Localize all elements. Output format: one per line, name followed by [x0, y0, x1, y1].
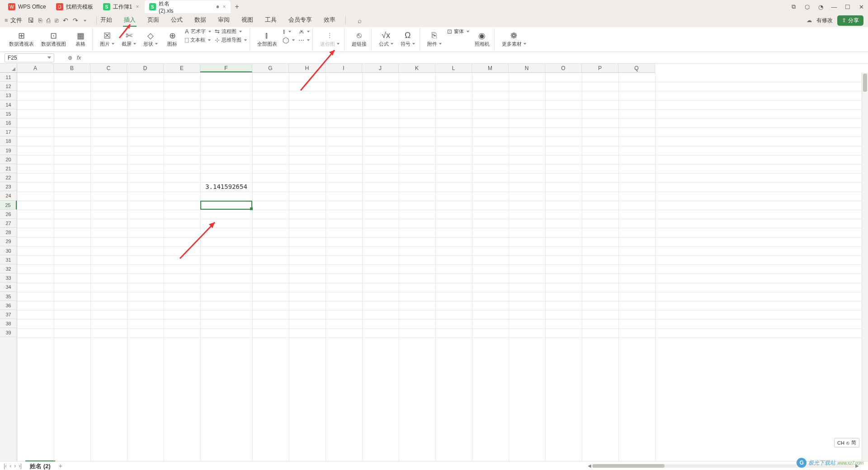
cell-F23[interactable]: 3.141592654	[200, 182, 252, 191]
tab-workbook1[interactable]: S 工作簿1 ×	[99, 0, 144, 13]
fx-icon[interactable]: fx	[77, 55, 81, 61]
minimize-icon[interactable]: —	[827, 4, 841, 10]
preview-icon[interactable]: ⎚	[55, 17, 58, 24]
col-header-O[interactable]: O	[545, 64, 582, 72]
row-header-12[interactable]: 12	[0, 82, 17, 91]
row-header-37[interactable]: 37	[0, 310, 17, 319]
new-tab-button[interactable]: +	[231, 3, 243, 11]
tab-wps[interactable]: W WPS Office	[4, 0, 51, 13]
more-chart-button[interactable]: ⋯	[298, 37, 310, 43]
col-header-H[interactable]: H	[289, 64, 326, 72]
shapes-button[interactable]: ◇形状	[142, 28, 160, 50]
pivot-table-button[interactable]: ⊞数据透视表	[7, 28, 36, 50]
col-header-C[interactable]: C	[90, 64, 127, 72]
textbox-button[interactable]: ⎕文本框	[185, 37, 211, 43]
prev-sheet-button[interactable]: ‹	[9, 463, 11, 469]
col-header-G[interactable]: G	[252, 64, 289, 72]
col-header-K[interactable]: K	[399, 64, 435, 72]
tab-efficiency[interactable]: 效率	[323, 14, 336, 27]
row-header-38[interactable]: 38	[0, 319, 17, 328]
row-header-27[interactable]: 27	[0, 219, 17, 228]
col-header-M[interactable]: M	[472, 64, 509, 72]
cube-icon[interactable]: ⬡	[800, 4, 814, 10]
vertical-scrollbar[interactable]	[862, 73, 868, 461]
share-button[interactable]: ⇪ 分享	[837, 15, 863, 26]
col-header-D[interactable]: D	[127, 64, 164, 72]
row-header-22[interactable]: 22	[0, 173, 17, 182]
row-header-32[interactable]: 32	[0, 264, 17, 273]
camera-button[interactable]: ◉照相机	[473, 28, 491, 50]
col-header-N[interactable]: N	[509, 64, 545, 72]
row-header-34[interactable]: 34	[0, 282, 17, 291]
qat-more-icon[interactable]	[83, 17, 86, 24]
row-header-21[interactable]: 21	[0, 164, 17, 173]
hyperlink-button[interactable]: ⎋超链接	[350, 28, 368, 50]
col-header-B[interactable]: B	[54, 64, 90, 72]
tab-tools[interactable]: 工具	[264, 14, 278, 27]
attachment-button[interactable]: ⎘附件	[425, 28, 443, 50]
row-header-11[interactable]: 11	[0, 73, 17, 82]
row-header-19[interactable]: 19	[0, 146, 17, 155]
add-sheet-button[interactable]: +	[55, 462, 66, 470]
tab-view[interactable]: 视图	[241, 14, 254, 27]
col-header-E[interactable]: E	[164, 64, 200, 72]
row-header-30[interactable]: 30	[0, 246, 17, 255]
select-all-triangle[interactable]	[0, 64, 17, 73]
first-sheet-button[interactable]: |‹	[4, 463, 7, 469]
formula-input[interactable]	[85, 53, 863, 62]
redo-icon[interactable]: ↷	[73, 17, 78, 24]
row-header-26[interactable]: 26	[0, 210, 17, 219]
col-header-A[interactable]: A	[17, 64, 54, 72]
scroll-left-icon[interactable]: ◀	[588, 463, 591, 468]
cloud-sync-icon[interactable]: ☁	[807, 17, 812, 24]
icons-button[interactable]: ⊕图标	[163, 28, 181, 50]
equation-button[interactable]: √x公式	[377, 28, 395, 50]
avatar-icon[interactable]: ◔	[814, 4, 827, 10]
sheet-tab-active[interactable]: 姓名 (2)	[25, 461, 55, 470]
screenshot-button[interactable]: ✄截屏	[120, 28, 138, 50]
tab-review[interactable]: 审阅	[217, 14, 231, 27]
tab-data[interactable]: 数据	[193, 14, 207, 27]
close-icon[interactable]: ×	[222, 4, 226, 10]
row-header-31[interactable]: 31	[0, 255, 17, 264]
row-header-35[interactable]: 35	[0, 292, 17, 301]
maximize-icon[interactable]: ☐	[841, 4, 854, 10]
picture-button[interactable]: ☒图片	[98, 28, 116, 50]
ime-indicator[interactable]: CH ⎋ 简	[834, 438, 859, 447]
cell-grid[interactable]: 3.141592654	[17, 73, 862, 461]
tab-member[interactable]: 会员专享	[288, 14, 313, 27]
tab-templates[interactable]: D 找稻壳模板	[52, 0, 98, 13]
save-icon[interactable]: 🖫	[28, 17, 34, 24]
tab-xingming[interactable]: S 姓名 (2).xls ×	[145, 0, 231, 13]
form-button[interactable]: ⊡窗体	[447, 28, 469, 35]
close-icon[interactable]: ×	[136, 4, 139, 10]
expand-icon[interactable]: ⊕	[68, 55, 72, 61]
window-restore-icon[interactable]: ⧉	[787, 3, 800, 10]
row-header-24[interactable]: 24	[0, 191, 17, 200]
row-header-18[interactable]: 18	[0, 136, 17, 146]
wordart-button[interactable]: A艺术字	[185, 28, 211, 35]
export-icon[interactable]: ⎘	[38, 17, 42, 24]
tab-start[interactable]: 开始	[99, 14, 113, 27]
table-button[interactable]: ▦表格	[71, 28, 90, 50]
row-header-29[interactable]: 29	[0, 237, 17, 246]
row-header-28[interactable]: 28	[0, 228, 17, 237]
col-header-P[interactable]: P	[582, 64, 618, 72]
col-header-Q[interactable]: Q	[618, 64, 655, 72]
row-header-14[interactable]: 14	[0, 100, 17, 109]
tab-page[interactable]: 页面	[146, 14, 160, 27]
more-material-button[interactable]: ❁更多素材	[500, 28, 528, 50]
row-header-15[interactable]: 15	[0, 109, 17, 118]
col-header-F[interactable]: F	[200, 64, 252, 72]
mindmap-button[interactable]: ⊹思维导图	[215, 37, 247, 43]
col-header-J[interactable]: J	[362, 64, 399, 72]
bar-chart-button[interactable]: ⫿	[283, 28, 295, 35]
col-header-I[interactable]: I	[326, 64, 362, 72]
next-sheet-button[interactable]: ›	[14, 463, 16, 469]
pie-chart-button[interactable]: ◯	[283, 37, 295, 43]
col-header-L[interactable]: L	[435, 64, 472, 72]
tab-insert[interactable]: 插入	[123, 14, 137, 27]
menu-icon[interactable]: ≡	[5, 17, 8, 24]
line-chart-button[interactable]: ⩕	[298, 28, 310, 35]
row-header-20[interactable]: 20	[0, 155, 17, 164]
